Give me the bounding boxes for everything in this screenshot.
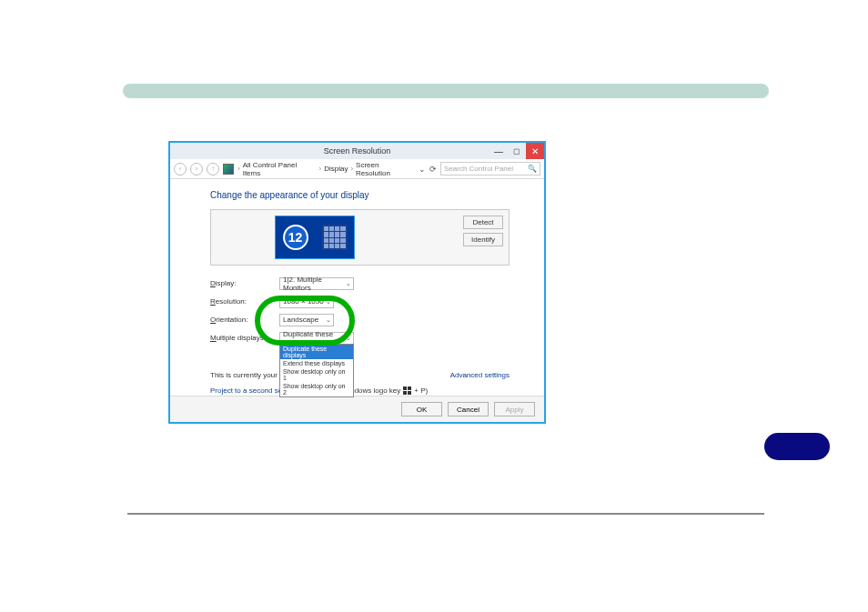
page-heading: Change the appearance of your display <box>210 190 510 200</box>
monitor-thumbnail[interactable]: 12 <box>275 216 355 259</box>
forward-button[interactable]: › <box>190 163 203 176</box>
orientation-select[interactable]: Landscape ⌄ <box>279 314 334 326</box>
multiple-displays-dropdown[interactable]: Duplicate these displays Extend these di… <box>279 344 354 397</box>
apply-button[interactable]: Apply <box>494 402 535 416</box>
identify-button[interactable]: Identify <box>463 233 503 246</box>
chevron-down-icon: ⌄ <box>326 298 331 306</box>
project-hint-text-b: + P) <box>414 386 428 395</box>
chevron-right-icon: › <box>319 165 322 173</box>
monitor-grid-icon <box>322 225 348 250</box>
display-preview: 12 Detect Identify <box>210 209 510 266</box>
dropdown-option[interactable]: Show desktop only on 1 <box>280 367 353 382</box>
breadcrumb-item[interactable]: All Control Panel Items <box>243 161 317 177</box>
breadcrumb-item[interactable]: Screen Resolution <box>356 161 415 177</box>
window-title: Screen Resolution <box>324 146 391 156</box>
resolution-label: Resolution: <box>210 297 279 306</box>
resolution-select[interactable]: 1680 × 1050 ⌄ <box>279 296 334 308</box>
cancel-button[interactable]: Cancel <box>448 402 489 416</box>
detect-button[interactable]: Detect <box>463 216 503 229</box>
resolution-value: 1680 × 1050 <box>283 297 324 306</box>
decorative-header-bar <box>123 84 769 98</box>
search-icon: 🔍 <box>528 165 537 173</box>
advanced-settings-link[interactable]: Advanced settings <box>450 371 510 379</box>
ok-button[interactable]: OK <box>401 402 442 416</box>
display-select[interactable]: 1|2. Multiple Monitors ⌄ <box>279 277 354 290</box>
search-placeholder: Search Control Panel <box>444 165 513 173</box>
orientation-value: Landscape <box>283 316 318 324</box>
screen-resolution-window: Screen Resolution — ▢ ✕ ‹ › ↑ › All Cont… <box>168 141 546 424</box>
chevron-down-icon: ⌄ <box>346 335 351 342</box>
chevron-right-icon: › <box>237 165 240 173</box>
navigation-toolbar: ‹ › ↑ › All Control Panel Items › Displa… <box>170 159 544 179</box>
close-button[interactable]: ✕ <box>526 143 544 159</box>
chevron-down-icon: ⌄ <box>326 316 331 324</box>
window-titlebar: Screen Resolution — ▢ ✕ <box>170 143 544 159</box>
multiple-displays-label: Multiple displays: <box>210 334 279 342</box>
back-button[interactable]: ‹ <box>174 163 187 176</box>
display-value: 1|2. Multiple Monitors <box>283 276 350 292</box>
windows-key-icon <box>403 386 411 395</box>
control-panel-icon <box>223 164 234 175</box>
dropdown-option[interactable]: Show desktop only on 2 <box>280 382 353 396</box>
multiple-displays-select[interactable]: Duplicate these displays ⌄ <box>279 332 354 345</box>
dropdown-option[interactable]: Duplicate these displays <box>280 345 353 359</box>
dropdown-chevron-icon[interactable]: ⌄ <box>419 165 426 174</box>
minimize-button[interactable]: — <box>490 143 508 159</box>
refresh-icon[interactable]: ⟳ <box>429 165 437 174</box>
search-input[interactable]: Search Control Panel 🔍 <box>440 162 540 176</box>
breadcrumb-item[interactable]: Display <box>324 165 348 173</box>
orientation-label: Orientation: <box>210 316 279 324</box>
decorative-rule <box>127 513 764 515</box>
display-label: DDisplay:isplay: <box>210 279 279 287</box>
decorative-pill <box>764 433 830 460</box>
maximize-button[interactable]: ▢ <box>508 143 526 159</box>
dropdown-option[interactable]: Extend these displays <box>280 359 353 367</box>
monitor-number-badge: 12 <box>283 225 308 250</box>
breadcrumb[interactable]: › All Control Panel Items › Display › Sc… <box>237 161 415 177</box>
dialog-button-bar: OK Cancel Apply <box>170 396 544 422</box>
up-button[interactable]: ↑ <box>207 163 219 176</box>
chevron-right-icon: › <box>350 165 353 173</box>
chevron-down-icon: ⌄ <box>346 280 351 287</box>
